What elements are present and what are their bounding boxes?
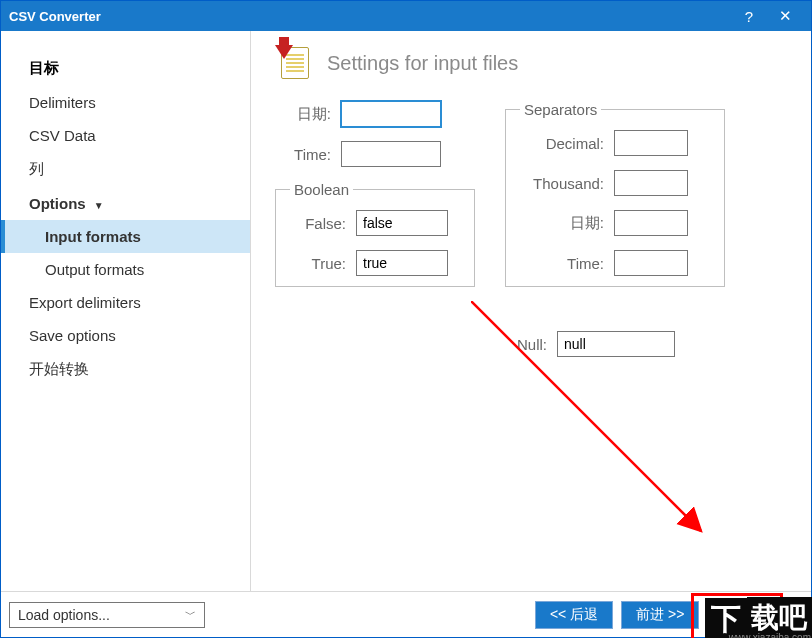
sidebar-item-save-options[interactable]: Save options — [1, 319, 250, 352]
titlebar: CSV Converter ? ✕ — [1, 1, 811, 31]
row-thousand: Thousand: — [520, 170, 710, 196]
boolean-legend: Boolean — [290, 181, 353, 198]
separators-legend: Separators — [520, 101, 601, 118]
form-columns: 日期: Time: Boolean False: — [275, 101, 787, 371]
main-panel: Settings for input files 日期: Time: Boole… — [251, 31, 811, 591]
date-label: 日期: — [275, 105, 331, 124]
input-files-icon — [275, 45, 311, 81]
null-label: Null: — [505, 336, 547, 353]
time-format-input[interactable] — [341, 141, 441, 167]
sidebar-item-csv-data[interactable]: CSV Data — [1, 119, 250, 152]
thousand-input[interactable] — [614, 170, 688, 196]
true-label: True: — [290, 255, 346, 272]
sidebar-item-start-convert[interactable]: 开始转换 — [1, 352, 250, 387]
panel-title: Settings for input files — [327, 52, 518, 75]
null-input[interactable] — [557, 331, 675, 357]
decimal-input[interactable] — [614, 130, 688, 156]
row-true: True: — [290, 250, 460, 276]
sep-time-input[interactable] — [614, 250, 688, 276]
row-sep-time: Time: — [520, 250, 710, 276]
start-button[interactable]: START — [707, 601, 803, 629]
sidebar-item-export-delimiters[interactable]: Export delimiters — [1, 286, 250, 319]
sep-date-input[interactable] — [614, 210, 688, 236]
row-sep-date: 日期: — [520, 210, 710, 236]
sidebar-sub-input-formats[interactable]: Input formats — [1, 220, 250, 253]
row-null: Null: — [505, 331, 725, 357]
boolean-group: Boolean False: True: — [275, 181, 475, 287]
window-title: CSV Converter — [9, 9, 731, 24]
row-false: False: — [290, 210, 460, 236]
row-decimal: Decimal: — [520, 130, 710, 156]
load-options-label: Load options... — [18, 607, 110, 623]
sidebar-item-columns[interactable]: 列 — [1, 152, 250, 187]
sidebar-item-options[interactable]: Options ▼ — [1, 187, 250, 220]
sidebar-item-label: Options — [29, 195, 86, 212]
footer: Load options... ﹀ << 后退 前进 >> START — [1, 591, 811, 637]
close-button[interactable]: ✕ — [767, 7, 803, 25]
body: 目标 Delimiters CSV Data 列 Options ▼ Input… — [1, 31, 811, 591]
app-window: CSV Converter ? ✕ 目标 Delimiters CSV Data… — [0, 0, 812, 638]
decimal-label: Decimal: — [520, 135, 604, 152]
sidebar-sub-output-formats[interactable]: Output formats — [1, 253, 250, 286]
help-button[interactable]: ? — [731, 8, 767, 25]
panel-header: Settings for input files — [275, 45, 787, 81]
left-column: 日期: Time: Boolean False: — [275, 101, 475, 287]
separators-group: Separators Decimal: Thousand: 日期: — [505, 101, 725, 287]
load-options-dropdown[interactable]: Load options... ﹀ — [9, 602, 205, 628]
right-column: Separators Decimal: Thousand: 日期: — [505, 101, 725, 371]
row-time-format: Time: — [275, 141, 475, 167]
back-button[interactable]: << 后退 — [535, 601, 613, 629]
true-input[interactable] — [356, 250, 448, 276]
sidebar: 目标 Delimiters CSV Data 列 Options ▼ Input… — [1, 31, 251, 591]
sep-date-label: 日期: — [520, 214, 604, 233]
forward-button[interactable]: 前进 >> — [621, 601, 699, 629]
false-label: False: — [290, 215, 346, 232]
chevron-down-icon: ﹀ — [185, 607, 196, 622]
time-label: Time: — [275, 146, 331, 163]
thousand-label: Thousand: — [520, 175, 604, 192]
date-format-input[interactable] — [341, 101, 441, 127]
false-input[interactable] — [356, 210, 448, 236]
sep-time-label: Time: — [520, 255, 604, 272]
sidebar-item-target[interactable]: 目标 — [1, 51, 250, 86]
sidebar-item-delimiters[interactable]: Delimiters — [1, 86, 250, 119]
row-date-format: 日期: — [275, 101, 475, 127]
caret-down-icon: ▼ — [94, 200, 104, 211]
